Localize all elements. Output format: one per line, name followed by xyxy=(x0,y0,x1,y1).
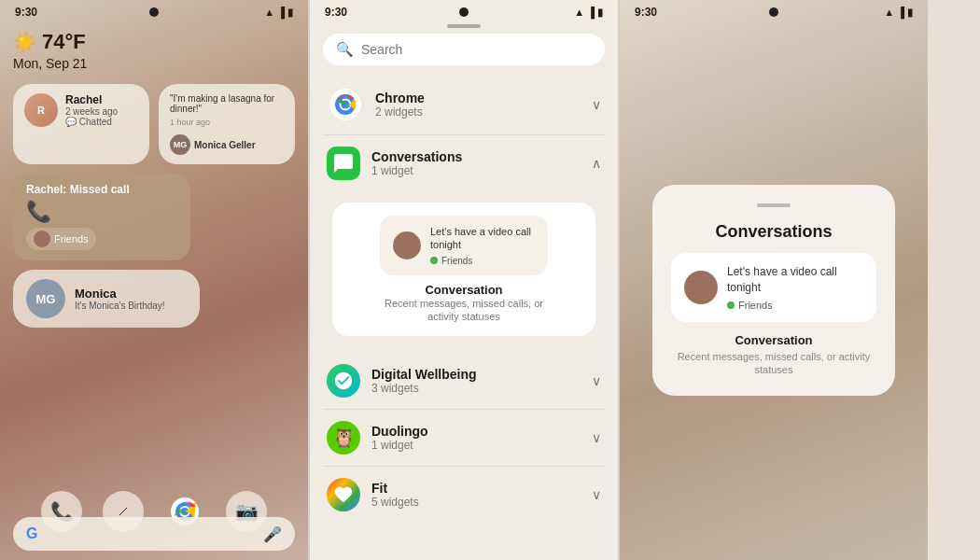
time-detail: 9:30 xyxy=(635,6,657,19)
chrome-name: Chrome xyxy=(375,91,425,105)
detail-bubble-content: Let's have a video call tonight Friends xyxy=(727,264,863,311)
chrome-info: Chrome 2 widgets xyxy=(375,91,425,119)
duolingo-app-left: 🦉 Duolingo 1 widget xyxy=(327,421,428,455)
camera-dot-home xyxy=(149,7,159,17)
phone-picker: 9:30 ▲ ▐ ▮ 🔍 xyxy=(310,0,618,560)
drag-handle xyxy=(757,203,791,207)
detail-preview-bubble[interactable]: Let's have a video call tonight Friends xyxy=(671,253,876,322)
search-bar[interactable]: 🔍 xyxy=(323,34,605,65)
dw-info: Digital Wellbeing 3 widgets xyxy=(371,367,477,395)
preview-badge: Friends xyxy=(430,256,535,266)
rachel-sub: 2 weeks ago xyxy=(65,106,118,117)
dw-count: 3 widgets xyxy=(371,382,477,395)
conversation-cards: R Rachel 2 weeks ago 💬 Chatted "I'm maki… xyxy=(13,84,295,164)
conversations-chevron: ∧ xyxy=(592,156,601,171)
rachel-card[interactable]: R Rachel 2 weeks ago 💬 Chatted xyxy=(13,84,149,164)
rachel-action: 💬 Chatted xyxy=(65,117,118,127)
dw-app-left: Digital Wellbeing 3 widgets xyxy=(327,364,477,398)
duolingo-app-row[interactable]: 🦉 Duolingo 1 widget ∨ xyxy=(323,410,605,467)
status-icons-detail: ▲ ▐ ▮ xyxy=(884,7,913,19)
dw-app-row[interactable]: Digital Wellbeing 3 widgets ∨ xyxy=(323,353,605,410)
fit-name: Fit xyxy=(371,481,419,496)
scroll-handle xyxy=(447,24,481,28)
preview-info: Conversation Recent messages, missed cal… xyxy=(371,283,557,324)
home-content: ☀️ 74°F Mon, Sep 21 R Rachel 2 weeks ago… xyxy=(0,21,308,560)
missed-call-widget[interactable]: Rachel: Missed call 📞 Friends xyxy=(13,174,190,260)
temperature-row: ☀️ 74°F xyxy=(13,30,295,54)
time-home: 9:30 xyxy=(15,6,37,19)
chrome-count: 2 widgets xyxy=(375,105,425,119)
chrome-app-row[interactable]: Chrome 2 widgets ∨ xyxy=(323,75,605,135)
detail-badge-label: Friends xyxy=(738,300,773,311)
message-time: 1 hour ago xyxy=(170,118,210,127)
battery-icon: ▮ xyxy=(287,7,293,19)
status-bar-detail: 9:30 ▲ ▐ ▮ xyxy=(620,0,928,21)
camera-dot-picker xyxy=(459,7,469,17)
temperature-text: 74°F xyxy=(42,30,86,54)
battery-icon-d: ▮ xyxy=(907,7,913,19)
chrome-app-left: Chrome 2 widgets xyxy=(327,86,425,123)
friends-label: Friends xyxy=(54,233,89,245)
date-text: Mon, Sep 21 xyxy=(13,56,295,71)
message-card[interactable]: "I'm making a lasagna for dinner!" 1 hou… xyxy=(159,84,295,164)
wifi-icon-p: ▲ xyxy=(574,7,584,18)
search-input[interactable] xyxy=(361,42,592,57)
picker-content: 🔍 xyxy=(310,21,618,560)
duolingo-count: 1 widget xyxy=(371,439,428,452)
preview-desc: Recent messages, missed calls, or activi… xyxy=(371,297,557,324)
duolingo-name: Duolingo xyxy=(371,424,428,439)
phone-home: 9:30 ▲ ▐ ▮ ☀️ 74°F Mon, Sep 21 R Rachel … xyxy=(0,0,308,560)
friends-badge: Friends xyxy=(26,228,96,250)
monica-birthday: It's Monica's Birthday! xyxy=(75,301,165,311)
google-search-bar[interactable]: G 🎤 xyxy=(13,517,295,551)
monica-card[interactable]: MG Monica It's Monica's Birthday! xyxy=(13,270,200,328)
missed-call-label: Rachel: Missed call xyxy=(26,183,177,196)
chrome-icon xyxy=(327,86,364,123)
weather-widget[interactable]: ☀️ 74°F Mon, Sep 21 xyxy=(13,30,295,71)
conversations-icon xyxy=(327,147,360,180)
conversations-count: 1 widget xyxy=(371,164,462,177)
signal-icon: ▐ xyxy=(277,7,285,18)
search-icon: 🔍 xyxy=(336,41,354,58)
mg-avatar: MG xyxy=(26,279,65,318)
picker-scroll[interactable]: 🔍 xyxy=(310,34,618,560)
microphone-icon[interactable]: 🎤 xyxy=(263,525,282,543)
conversations-app-left: Conversations 1 widget xyxy=(327,147,462,180)
detail-card[interactable]: Conversations Let's have a video call to… xyxy=(652,185,895,395)
sun-icon: ☀️ xyxy=(13,31,36,53)
detail-label: Conversation xyxy=(671,333,876,347)
monica-info: Monica It's Monica's Birthday! xyxy=(75,287,165,311)
fit-chevron: ∨ xyxy=(592,487,601,502)
monica-mini-avatar: MG xyxy=(170,134,190,155)
detail-avatar xyxy=(684,271,718,304)
owl-emoji: 🦉 xyxy=(332,427,356,449)
signal-icon-d: ▐ xyxy=(897,7,904,18)
wifi-icon: ▲ xyxy=(264,7,274,18)
status-icons-home: ▲ ▐ ▮ xyxy=(264,7,293,19)
dw-name: Digital Wellbeing xyxy=(371,367,477,382)
detail-bubble-text: Let's have a video call tonight xyxy=(727,264,863,296)
conversations-expanded: Let's have a video call tonight Friends … xyxy=(323,191,605,353)
status-bar-picker: 9:30 ▲ ▐ ▮ xyxy=(310,0,618,21)
status-bar-home: 9:30 ▲ ▐ ▮ xyxy=(0,0,308,21)
signal-icon-p: ▐ xyxy=(587,7,595,18)
preview-title: Conversation xyxy=(371,283,557,297)
fit-count: 5 widgets xyxy=(371,496,419,509)
chat-icon: 💬 xyxy=(65,117,77,127)
scroll-hint xyxy=(310,21,618,34)
detail-info: Conversation Recent messages, missed cal… xyxy=(671,333,876,377)
message-text: "I'm making a lasagna for dinner!" xyxy=(170,93,282,114)
monica-sender: Monica Geller xyxy=(194,140,256,150)
chrome-chevron: ∨ xyxy=(592,97,601,112)
google-g: G xyxy=(26,525,37,542)
conversations-app-row[interactable]: Conversations 1 widget ∧ xyxy=(323,135,605,191)
preview-badge-label: Friends xyxy=(441,256,472,266)
status-icons-picker: ▲ ▐ ▮ xyxy=(574,7,603,19)
card-title: Conversations xyxy=(715,222,832,242)
preview-bubble-content: Let's have a video call tonight Friends xyxy=(430,225,535,266)
fit-app-row[interactable]: Fit 5 widgets ∨ xyxy=(323,467,605,523)
widget-preview-card[interactable]: Let's have a video call tonight Friends … xyxy=(332,203,595,336)
duolingo-info: Duolingo 1 widget xyxy=(371,424,428,452)
fit-icon xyxy=(327,478,360,511)
duolingo-chevron: ∨ xyxy=(592,430,601,445)
